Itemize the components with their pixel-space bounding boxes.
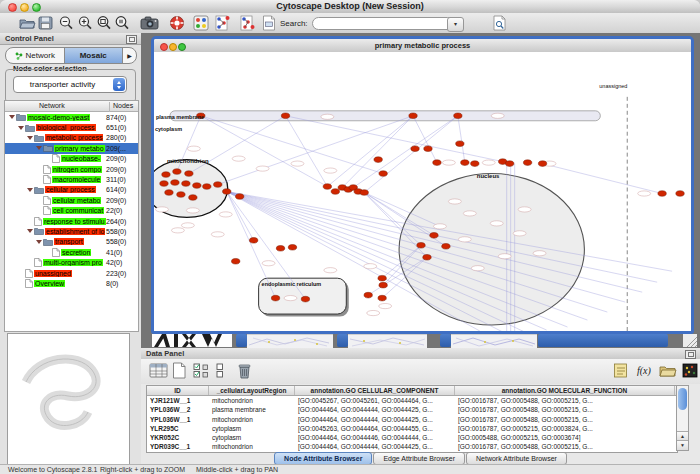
network-node[interactable] (523, 160, 531, 166)
network-edge[interactable] (342, 116, 413, 188)
network-node[interactable] (676, 191, 684, 197)
plasma-membrane-region[interactable] (170, 111, 600, 121)
create-network-icon[interactable] (212, 15, 229, 31)
tree-row-nucleobase-[interactable]: nucleobase-209(0) (5, 154, 138, 164)
tree-row-nitrogen-compo[interactable]: nitrogen compo209(0) (5, 164, 138, 174)
attribute-table[interactable]: ID_cellularLayoutRegionannotation.GO CEL… (146, 385, 678, 453)
column-header[interactable]: annotation.GO CELLULAR_COMPONENT (295, 386, 455, 395)
open-session-icon[interactable] (19, 15, 36, 31)
tree-row-cellular-metabo[interactable]: cellular metabo209(0) (5, 195, 138, 205)
network-node[interactable] (378, 295, 386, 301)
scrollbar-thumb[interactable] (678, 388, 687, 410)
network-node[interactable] (232, 258, 240, 264)
search-input[interactable] (312, 17, 454, 30)
delete-attribute-icon[interactable] (237, 362, 256, 380)
network-node[interactable] (288, 245, 296, 251)
background-window-fragment[interactable] (348, 334, 427, 348)
network-edge[interactable] (364, 116, 458, 193)
network-node[interactable] (454, 113, 462, 119)
network-node[interactable] (538, 161, 546, 167)
zoom-out-icon[interactable] (58, 15, 75, 31)
zoom-selected-icon[interactable] (114, 15, 131, 31)
network-node[interactable] (271, 295, 279, 301)
tree-row-secretion[interactable]: secretion41(0) (5, 247, 138, 257)
table-row[interactable]: YDR039C__1mitochondrion[GO:0044464, GO:0… (147, 442, 677, 451)
annotation-icon[interactable] (262, 15, 279, 31)
function-builder-icon[interactable]: f(x) (635, 362, 654, 380)
network-node[interactable] (331, 189, 339, 195)
tree-row-macromolecule[interactable]: macromolecule311(0) (5, 174, 138, 184)
background-window-fragment[interactable] (538, 334, 668, 347)
notes-icon[interactable] (613, 362, 632, 380)
network-node[interactable] (173, 169, 181, 175)
network-node[interactable] (323, 184, 331, 190)
network-edge[interactable] (189, 116, 286, 174)
network-node[interactable] (379, 282, 387, 288)
background-window-fragment[interactable] (236, 334, 247, 347)
zoom-fit-icon[interactable] (96, 15, 113, 31)
network-edge[interactable] (353, 116, 458, 188)
resize-grip-icon[interactable] (683, 334, 697, 347)
tree-expand-icon[interactable] (26, 188, 34, 192)
network-node[interactable] (411, 146, 419, 152)
network-node[interactable] (374, 157, 382, 163)
tree-row-mosaic-demo-yeast[interactable]: mosaic-demo-yeast874(0) (5, 112, 138, 122)
import-matrix-icon[interactable] (682, 362, 700, 380)
attribute-table-icon[interactable] (149, 362, 168, 380)
inner-close-button[interactable] (160, 43, 168, 51)
tab-mosaic[interactable]: Mosaic (64, 48, 124, 63)
background-window-fragment[interactable] (247, 334, 333, 348)
table-scrollbar[interactable]: ▲ ▼ (676, 385, 689, 451)
network-node[interactable] (193, 183, 201, 189)
tab-network[interactable]: Network (6, 48, 64, 63)
tree-row-unassigned[interactable]: unassigned223(0) (5, 268, 138, 278)
tree-row-biological-process[interactable]: biological_process651(0) (5, 122, 138, 132)
network-tree-header[interactable]: Network Nodes (5, 101, 138, 112)
network-node[interactable] (364, 292, 372, 298)
background-window-fragment[interactable] (440, 334, 451, 347)
network-node[interactable] (162, 172, 170, 178)
inner-zoom-button[interactable] (178, 43, 186, 51)
tree-row-cell-communicat[interactable]: cell communicat22(0) (5, 206, 138, 216)
tree-expand-icon[interactable] (35, 146, 43, 150)
minimize-window-button[interactable] (20, 3, 29, 12)
scroll-down-arrow[interactable]: ▼ (677, 440, 688, 450)
save-session-icon[interactable] (38, 15, 55, 31)
network-node[interactable] (185, 171, 193, 177)
tree-row-primary-metabo[interactable]: primary metabo209(... (5, 143, 138, 153)
tree-row-response-to-stimulu[interactable]: response to stimulu264(0) (5, 216, 138, 226)
network-node[interactable] (203, 184, 211, 190)
network-node[interactable] (423, 254, 431, 260)
tree-row-overview[interactable]: Overview8(0) (5, 278, 138, 288)
network-canvas[interactable]: plasma membranecytoplasmmitochondrionnuc… (154, 52, 691, 331)
network-node[interactable] (189, 195, 197, 201)
network-node[interactable] (281, 113, 289, 119)
inner-minimize-button[interactable] (169, 43, 177, 51)
network-node[interactable] (182, 181, 190, 187)
network-node[interactable] (456, 141, 464, 147)
tree-row-transport[interactable]: transport558(0) (5, 237, 138, 247)
float-panel-icon[interactable] (126, 35, 137, 44)
network-edge[interactable] (543, 164, 663, 194)
network-node[interactable] (424, 146, 432, 152)
tree-expand-icon[interactable] (17, 126, 25, 130)
network-node[interactable] (249, 238, 257, 244)
network-node[interactable] (378, 275, 386, 281)
help-icon[interactable] (169, 15, 186, 31)
unselect-attributes-icon[interactable] (215, 362, 234, 380)
snapshot-icon[interactable] (140, 15, 157, 31)
table-row[interactable]: YLR295Ccytoplasm[GO:0045263, GO:0044464,… (147, 424, 677, 433)
network-edge[interactable] (458, 116, 465, 163)
network-node[interactable] (214, 182, 222, 188)
tree-expand-icon[interactable] (26, 229, 34, 233)
tree-expand-icon[interactable] (35, 240, 43, 244)
window-titlebar[interactable]: Cytoscape Desktop (New Session) (0, 0, 700, 14)
background-window-fragment[interactable] (451, 334, 537, 348)
network-node[interactable] (461, 160, 469, 166)
network-node[interactable] (276, 246, 284, 252)
table-row[interactable]: YPL036W__1mitochondrion[GO:0044464, GO:0… (147, 415, 677, 424)
tree-row-cellular-process[interactable]: cellular process614(0) (5, 185, 138, 195)
table-row[interactable]: YPL036W__2plasma membrane[GO:0044464, GO… (147, 405, 677, 414)
network-window-titlebar[interactable]: primary metabolic process (154, 39, 691, 53)
network-node[interactable] (223, 189, 231, 195)
